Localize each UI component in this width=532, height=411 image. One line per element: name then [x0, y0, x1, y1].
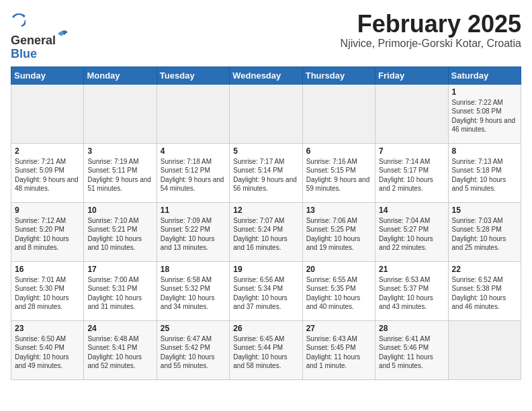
calendar-cell: 22Sunrise: 6:52 AM Sunset: 5:38 PM Dayli…	[448, 261, 521, 320]
day-number: 27	[306, 324, 371, 333]
day-info: Sunrise: 7:01 AM Sunset: 5:30 PM Dayligh…	[15, 275, 80, 312]
calendar-cell	[157, 84, 229, 143]
day-number: 13	[306, 205, 371, 215]
day-number: 16	[15, 265, 80, 274]
calendar-cell: 24Sunrise: 6:48 AM Sunset: 5:41 PM Dayli…	[84, 320, 157, 379]
day-info: Sunrise: 7:14 AM Sunset: 5:17 PM Dayligh…	[379, 157, 444, 193]
calendar-cell: 25Sunrise: 6:47 AM Sunset: 5:42 PM Dayli…	[157, 320, 229, 379]
day-info: Sunrise: 6:50 AM Sunset: 5:40 PM Dayligh…	[15, 334, 80, 371]
day-number: 8	[452, 146, 517, 156]
day-number: 20	[306, 265, 371, 274]
weekday-header-sunday: Sunday	[11, 66, 84, 84]
day-info: Sunrise: 7:09 AM Sunset: 5:22 PM Dayligh…	[161, 216, 226, 253]
day-info: Sunrise: 7:18 AM Sunset: 5:12 PM Dayligh…	[161, 157, 226, 193]
day-info: Sunrise: 6:48 AM Sunset: 5:41 PM Dayligh…	[87, 334, 152, 371]
day-info: Sunrise: 7:21 AM Sunset: 5:09 PM Dayligh…	[15, 157, 80, 193]
calendar-cell: 1Sunrise: 7:22 AM Sunset: 5:08 PM Daylig…	[448, 84, 521, 143]
day-info: Sunrise: 6:58 AM Sunset: 5:32 PM Dayligh…	[161, 275, 226, 312]
day-number: 2	[15, 146, 80, 156]
day-number: 19	[233, 265, 298, 274]
calendar-cell: 21Sunrise: 6:53 AM Sunset: 5:37 PM Dayli…	[375, 261, 448, 320]
day-info: Sunrise: 6:45 AM Sunset: 5:44 PM Dayligh…	[233, 334, 298, 371]
calendar-cell	[11, 84, 84, 143]
day-number: 25	[161, 324, 226, 333]
weekday-header-wednesday: Wednesday	[230, 66, 302, 84]
calendar-cell	[448, 320, 521, 379]
day-number: 17	[87, 265, 152, 274]
weekday-header-thursday: Thursday	[302, 66, 375, 84]
day-info: Sunrise: 6:43 AM Sunset: 5:45 PM Dayligh…	[306, 334, 371, 371]
calendar-cell: 17Sunrise: 7:00 AM Sunset: 5:31 PM Dayli…	[84, 261, 157, 320]
calendar-cell: 2Sunrise: 7:21 AM Sunset: 5:09 PM Daylig…	[11, 143, 84, 202]
calendar-cell: 18Sunrise: 6:58 AM Sunset: 5:32 PM Dayli…	[157, 261, 229, 320]
day-number: 4	[161, 146, 226, 156]
calendar-table: SundayMondayTuesdayWednesdayThursdayFrid…	[11, 66, 521, 380]
logo-icon	[12, 13, 26, 27]
day-number: 26	[233, 324, 298, 333]
calendar-cell	[230, 84, 302, 143]
day-info: Sunrise: 7:04 AM Sunset: 5:27 PM Dayligh…	[379, 216, 444, 253]
day-info: Sunrise: 6:47 AM Sunset: 5:42 PM Dayligh…	[161, 334, 226, 371]
logo-blue-text: Blue	[11, 48, 69, 61]
day-number: 7	[379, 146, 444, 156]
day-info: Sunrise: 6:41 AM Sunset: 5:46 PM Dayligh…	[379, 334, 444, 371]
day-info: Sunrise: 7:03 AM Sunset: 5:28 PM Dayligh…	[452, 216, 517, 253]
day-info: Sunrise: 6:53 AM Sunset: 5:37 PM Dayligh…	[379, 275, 444, 312]
page-header: General Blue February 2025 Njivice, Prim…	[11, 11, 521, 61]
day-number: 18	[161, 265, 226, 274]
day-number: 6	[306, 146, 371, 156]
weekday-header-monday: Monday	[84, 66, 157, 84]
day-info: Sunrise: 6:56 AM Sunset: 5:34 PM Dayligh…	[233, 275, 298, 312]
location: Njivice, Primorje-Gorski Kotar, Croatia	[341, 38, 521, 50]
calendar-cell	[84, 84, 157, 143]
day-info: Sunrise: 6:55 AM Sunset: 5:35 PM Dayligh…	[306, 275, 371, 312]
day-number: 10	[87, 205, 152, 215]
calendar-cell: 27Sunrise: 6:43 AM Sunset: 5:45 PM Dayli…	[302, 320, 375, 379]
day-number: 1	[452, 87, 517, 97]
day-number: 22	[452, 265, 517, 274]
calendar-cell: 15Sunrise: 7:03 AM Sunset: 5:28 PM Dayli…	[448, 202, 521, 261]
calendar-cell: 13Sunrise: 7:06 AM Sunset: 5:25 PM Dayli…	[302, 202, 375, 261]
calendar-cell: 20Sunrise: 6:55 AM Sunset: 5:35 PM Dayli…	[302, 261, 375, 320]
logo: General Blue	[11, 13, 69, 61]
calendar-cell: 12Sunrise: 7:07 AM Sunset: 5:24 PM Dayli…	[230, 202, 302, 261]
day-number: 24	[87, 324, 152, 333]
day-number: 5	[233, 146, 298, 156]
calendar-cell: 23Sunrise: 6:50 AM Sunset: 5:40 PM Dayli…	[11, 320, 84, 379]
calendar-cell: 14Sunrise: 7:04 AM Sunset: 5:27 PM Dayli…	[375, 202, 448, 261]
day-number: 3	[87, 146, 152, 156]
calendar-cell: 3Sunrise: 7:19 AM Sunset: 5:11 PM Daylig…	[84, 143, 157, 202]
calendar-cell: 28Sunrise: 6:41 AM Sunset: 5:46 PM Dayli…	[375, 320, 448, 379]
calendar-cell: 8Sunrise: 7:13 AM Sunset: 5:18 PM Daylig…	[448, 143, 521, 202]
weekday-header-saturday: Saturday	[448, 66, 521, 84]
weekday-header-tuesday: Tuesday	[157, 66, 229, 84]
weekday-header-friday: Friday	[375, 66, 448, 84]
day-info: Sunrise: 7:10 AM Sunset: 5:21 PM Dayligh…	[87, 216, 152, 253]
calendar-cell	[302, 84, 375, 143]
calendar-cell: 26Sunrise: 6:45 AM Sunset: 5:44 PM Dayli…	[230, 320, 302, 379]
day-info: Sunrise: 7:06 AM Sunset: 5:25 PM Dayligh…	[306, 216, 371, 253]
day-number: 9	[15, 205, 80, 215]
calendar-cell	[375, 84, 448, 143]
title-block: February 2025 Njivice, Primorje-Gorski K…	[341, 11, 521, 50]
calendar-cell: 16Sunrise: 7:01 AM Sunset: 5:30 PM Dayli…	[11, 261, 84, 320]
day-info: Sunrise: 7:17 AM Sunset: 5:14 PM Dayligh…	[233, 157, 298, 193]
calendar-cell: 7Sunrise: 7:14 AM Sunset: 5:17 PM Daylig…	[375, 143, 448, 202]
day-info: Sunrise: 7:13 AM Sunset: 5:18 PM Dayligh…	[452, 157, 517, 193]
calendar-cell: 5Sunrise: 7:17 AM Sunset: 5:14 PM Daylig…	[230, 143, 302, 202]
month-title: February 2025	[341, 11, 521, 38]
day-info: Sunrise: 7:19 AM Sunset: 5:11 PM Dayligh…	[87, 157, 152, 193]
calendar-cell: 10Sunrise: 7:10 AM Sunset: 5:21 PM Dayli…	[84, 202, 157, 261]
day-info: Sunrise: 7:07 AM Sunset: 5:24 PM Dayligh…	[233, 216, 298, 253]
day-info: Sunrise: 7:12 AM Sunset: 5:20 PM Dayligh…	[15, 216, 80, 253]
day-number: 28	[379, 324, 444, 333]
day-info: Sunrise: 7:00 AM Sunset: 5:31 PM Dayligh…	[87, 275, 152, 312]
day-number: 15	[452, 205, 517, 215]
calendar-cell: 11Sunrise: 7:09 AM Sunset: 5:22 PM Dayli…	[157, 202, 229, 261]
day-info: Sunrise: 7:16 AM Sunset: 5:15 PM Dayligh…	[306, 157, 371, 193]
logo-bird-icon	[56, 30, 69, 44]
day-info: Sunrise: 6:52 AM Sunset: 5:38 PM Dayligh…	[452, 275, 517, 312]
day-number: 21	[379, 265, 444, 274]
day-number: 12	[233, 205, 298, 215]
day-number: 11	[161, 205, 226, 215]
